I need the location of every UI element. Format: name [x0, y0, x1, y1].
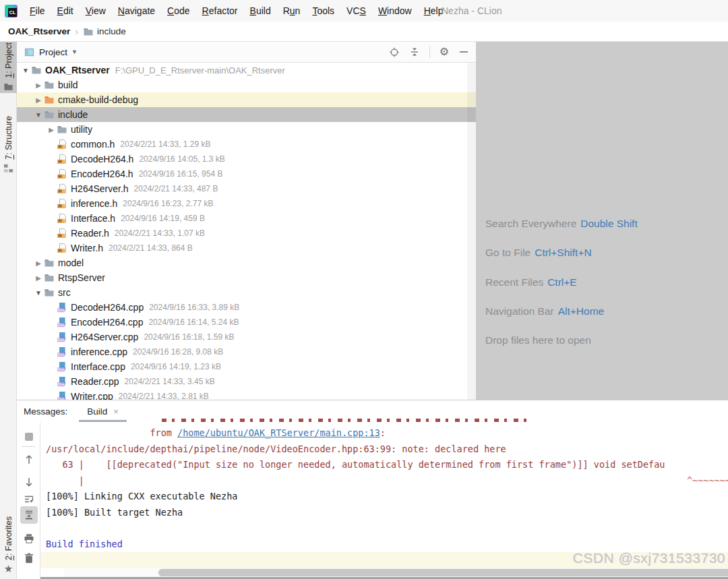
- folder-icon: [31, 65, 42, 75]
- up-arrow-icon[interactable]: [23, 454, 35, 466]
- tab-build[interactable]: Build ×: [78, 400, 127, 423]
- menu-edit[interactable]: Edit: [51, 5, 80, 16]
- menu-tools[interactable]: Tools: [306, 5, 340, 16]
- tree-item-meta: 2024/9/16 14:19, 459 B: [121, 214, 205, 223]
- print-icon[interactable]: [23, 532, 35, 545]
- file-h-icon: H: [57, 169, 67, 179]
- stop-icon[interactable]: [23, 431, 35, 443]
- tree-item-meta: 2024/9/16 14:05, 1.3 kB: [139, 154, 224, 164]
- tree-row[interactable]: HWriter.h2024/2/21 14:33, 864 B: [17, 241, 476, 255]
- tree-row[interactable]: C++H264Server.cpp2024/9/16 16:18, 1.59 k…: [17, 330, 476, 344]
- tree-row[interactable]: C++DecodeH264.cpp2024/9/16 16:33, 3.89 k…: [17, 300, 476, 315]
- project-tool-window-icon: [24, 47, 34, 57]
- tree-row[interactable]: Hcommon.h2024/2/21 14:33, 1.29 kB: [17, 137, 476, 152]
- sidebar-tab-favorites[interactable]: 2: Favorites ★: [0, 512, 17, 574]
- menu-refactor[interactable]: Refactor: [196, 5, 244, 16]
- collapse-arrow-icon[interactable]: ▶: [33, 82, 44, 89]
- collapse-arrow-icon[interactable]: ▶: [46, 126, 57, 133]
- tree-row[interactable]: C++inference.cpp2024/9/16 16:28, 9.08 kB: [17, 344, 476, 359]
- watermark: CSDN @sxj731533730: [573, 550, 725, 566]
- tree-item-name: RtspServer: [58, 272, 105, 283]
- tree-item-name: H264Server.cpp: [71, 332, 138, 342]
- breadcrumb-project[interactable]: OAK_Rtserver: [8, 26, 70, 36]
- tree-item-name: cmake-build-debug: [58, 94, 138, 105]
- sidebar-tab-project[interactable]: 1: Project: [0, 42, 17, 93]
- menu-code[interactable]: Code: [161, 5, 195, 16]
- file-h-icon: H: [57, 243, 67, 253]
- folder-icon: [83, 26, 94, 37]
- scroll-to-end-icon[interactable]: [23, 509, 35, 521]
- tree-row[interactable]: ▶utility: [17, 122, 476, 137]
- project-tree: ▼OAK_RtserverF:\GPU_D_E_Rtserver-main\OA…: [17, 63, 476, 400]
- horizontal-scrollbar: [64, 568, 728, 577]
- tree-row[interactable]: HReader.h2024/2/21 14:33, 1.07 kB: [17, 226, 476, 241]
- delete-icon[interactable]: [23, 552, 35, 564]
- tree-item-name: DecodeH264.cpp: [71, 302, 144, 313]
- tree-row[interactable]: C++Reader.cpp2024/2/21 14:33, 3.45 kB: [17, 374, 476, 389]
- project-panel-title[interactable]: Project: [39, 47, 67, 57]
- tree-row[interactable]: C++EncodeH264.cpp2024/9/16 16:14, 5.24 k…: [17, 315, 476, 330]
- console-line: [100%] Linking CXX executable Nezha: [46, 489, 728, 505]
- expand-arrow-icon[interactable]: ▼: [33, 111, 44, 119]
- tree-row[interactable]: ▶build: [17, 78, 476, 92]
- menu-view[interactable]: View: [80, 5, 112, 16]
- tree-row[interactable]: HEncodeH264.h2024/9/16 16:15, 954 B: [17, 166, 476, 181]
- tree-item-name: Writer.h: [71, 243, 103, 253]
- chevron-down-icon: ▼: [71, 49, 78, 55]
- shortcut-hint: Go to FileCtrl+Shift+N: [485, 247, 592, 259]
- console-file-link[interactable]: /home/ubuntu/OAK_RTServer/main.cpp:13: [177, 427, 380, 438]
- down-arrow-icon[interactable]: [23, 476, 35, 488]
- svg-text:C++: C++: [58, 382, 65, 386]
- expand-arrow-icon[interactable]: ▼: [20, 67, 31, 74]
- soft-wrap-icon[interactable]: [23, 493, 35, 506]
- tree-row[interactable]: ▼src: [17, 285, 476, 300]
- file-h-icon: H: [57, 198, 67, 209]
- collapse-arrow-icon[interactable]: ▶: [33, 260, 44, 267]
- console-line: | ^~~~~~~~: [46, 473, 728, 489]
- tree-row[interactable]: HInterface.h2024/9/16 14:19, 459 B: [17, 211, 476, 226]
- menu-navigate[interactable]: Navigate: [112, 5, 161, 16]
- breadcrumb-item[interactable]: include: [97, 26, 126, 36]
- tree-item-meta: 2024/9/16 16:23, 2.77 kB: [123, 199, 213, 208]
- svg-text:H: H: [59, 159, 62, 164]
- tree-item-name: inference.h: [71, 198, 117, 209]
- shortcut-hint: Drop files here to open: [485, 334, 591, 346]
- console-toolbar: [17, 423, 40, 579]
- tree-item-name: build: [58, 80, 78, 90]
- locate-icon[interactable]: [389, 47, 400, 57]
- collapse-arrow-icon[interactable]: ▶: [33, 96, 44, 104]
- settings-icon[interactable]: ⚙: [439, 47, 449, 57]
- menu-build[interactable]: Build: [244, 5, 277, 16]
- expand-arrow-icon[interactable]: ▼: [33, 289, 44, 297]
- tree-item-path: F:\GPU_D_E_Rtserver-main\OAK_Rtserver: [115, 65, 285, 75]
- svg-text:H: H: [59, 204, 62, 208]
- svg-text:C++: C++: [58, 323, 65, 327]
- file-h-icon: H: [57, 228, 67, 239]
- tree-row[interactable]: C++Interface.cpp2024/9/16 14:19, 1.23 kB: [17, 359, 476, 374]
- editor-empty-area: Search EverywhereDouble ShiftGo to FileC…: [476, 42, 728, 400]
- hide-tool-window-icon[interactable]: [458, 47, 469, 57]
- tree-row[interactable]: ▶RtspServer: [17, 270, 476, 285]
- sidebar-tab-structure[interactable]: 7: Structure: [0, 102, 17, 187]
- tree-item-meta: 2024/9/16 14:19, 1.23 kB: [131, 362, 221, 371]
- tree-row[interactable]: C++Writer.cpp2024/2/21 14:33, 2.81 kB: [17, 389, 476, 400]
- menu-window[interactable]: Window: [372, 5, 418, 16]
- close-icon[interactable]: ×: [113, 406, 119, 417]
- collapse-all-icon[interactable]: [409, 47, 420, 57]
- tree-row[interactable]: ▶cmake-build-debug: [17, 92, 476, 107]
- menu-vcs[interactable]: VCS: [340, 5, 372, 16]
- tree-row[interactable]: Hinference.h2024/9/16 16:23, 2.77 kB: [17, 196, 476, 211]
- tree-scrollbar-track[interactable]: [467, 63, 476, 400]
- tree-row[interactable]: ▶model: [17, 255, 476, 270]
- menu-run[interactable]: Run: [277, 5, 307, 16]
- collapse-arrow-icon[interactable]: ▶: [33, 274, 44, 282]
- tree-item-name: include: [58, 109, 88, 120]
- tree-row[interactable]: ▼include: [17, 107, 476, 122]
- tree-item-name: OAK_Rtserver: [45, 65, 110, 75]
- tree-row[interactable]: HDecodeH264.h2024/9/16 14:05, 1.3 kB: [17, 152, 476, 166]
- tree-row[interactable]: ▼OAK_RtserverF:\GPU_D_E_Rtserver-main\OA…: [17, 63, 476, 78]
- file-cpp-icon: C++: [57, 391, 67, 400]
- menu-file[interactable]: File: [24, 5, 51, 16]
- tree-row[interactable]: HH264Server.h2024/2/21 14:33, 487 B: [17, 181, 476, 196]
- horizontal-scrollbar-thumb[interactable]: [158, 569, 728, 576]
